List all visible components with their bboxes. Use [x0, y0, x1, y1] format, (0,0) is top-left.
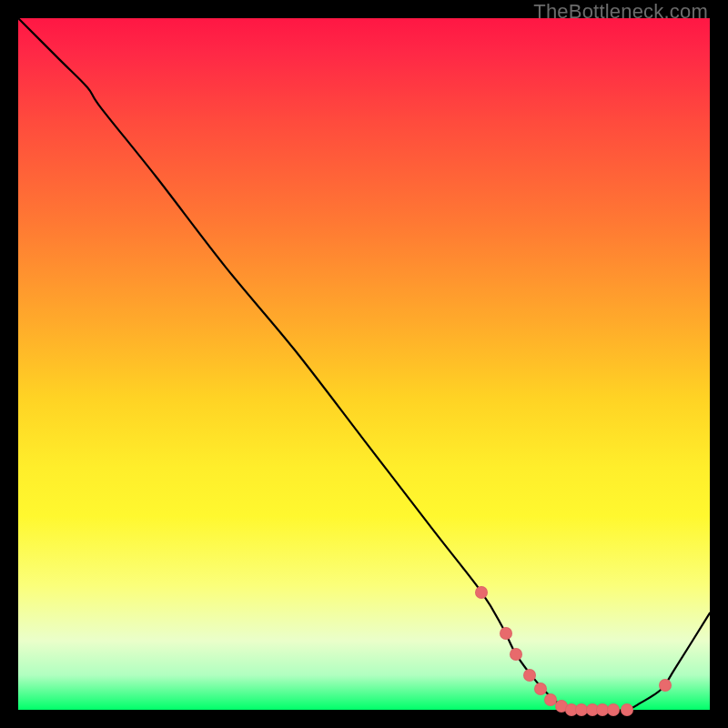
highlight-marker: [475, 586, 488, 599]
gradient-background: [18, 18, 710, 710]
highlight-marker: [534, 682, 547, 695]
plot-area: [18, 18, 710, 710]
chart-frame: TheBottleneck.com: [0, 0, 728, 728]
highlight-marker: [607, 703, 620, 716]
highlight-marker: [621, 703, 633, 716]
highlight-marker: [659, 679, 672, 692]
